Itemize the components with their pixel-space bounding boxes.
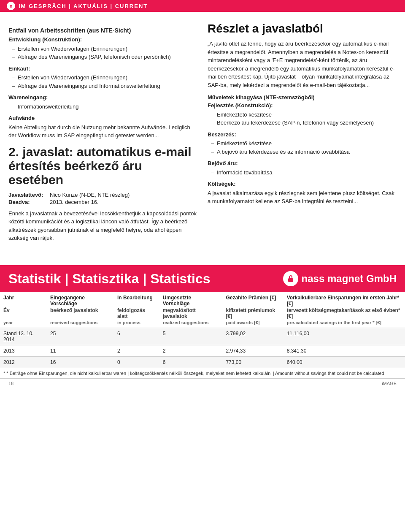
wareneingang-label: Wareneingang: [8,93,197,102]
wareneingang-list: Informationsweiterleitung [8,103,197,111]
beadva-label: Beadva: [8,199,46,205]
fejlesztes-list: Emlékeztető készítése Beérkező áru lekér… [208,111,397,127]
brand-footer: iMAGE [382,381,397,386]
cell-eingegangene-1: 11 [47,345,114,357]
col-header-year-en: year [0,320,47,328]
cell-gezahlte-1: 2.974,33 [222,345,283,357]
cell-einsparungen-1: 8.341,30 [284,345,405,357]
muveletek-heading: Műveletek kihagyása (NTE-szemszögből) [208,94,397,100]
list-item: Erstellen von Wiedervorlagen (Erinnerung… [12,73,197,82]
cell-eingegangene-2: 16 [47,357,114,368]
list-item: Abfrage des Wareneingangs und Informatio… [12,82,197,90]
cell-umgesetzte-0: 5 [159,328,223,345]
col-header-year-hu: Év [0,307,47,320]
page-number: 18 [8,381,14,386]
table-body: Stand 13. 10. 2014 25 6 5 3.799,02 11.11… [0,328,405,368]
javaslattevo-value: Nico Kunze (N-DE, NTE részleg) [50,192,130,198]
col-header-umgesetzte-hu: megvalósított javaslatok [159,307,223,320]
col-header-eingegangene-hu: beérkező javaslatok [47,307,114,320]
cell-umgesetzte-2: 6 [159,357,223,368]
col-header-inbearbeitung-hu: feldolgozás alatt [114,307,159,320]
table-row: 2013 11 2 2 2.974,33 8.341,30 [0,345,405,357]
list-item: Informationsweiterleitung [12,103,197,111]
header-icon: n [7,2,15,10]
table-row: Stand 13. 10. 2014 25 6 5 3.799,02 11.11… [0,328,405,345]
header: n IM GESPRÄCH | AKTUÁLIS | CURRENT [0,0,405,12]
brand-icon [283,271,298,286]
einkauf-label: Einkauf: [8,65,197,73]
table-header-de: Jahr Eingegangene Vorschläge In Bearbeit… [0,292,405,307]
beadva-row: Beadva: 2013. december 16. [8,199,197,205]
aufwaende-heading: Aufwände [8,114,197,122]
proposal-heading: 2. javaslat: automatikus e-mail értesíté… [8,145,197,187]
header-icon-label: n [10,3,13,8]
brand-name: nass magnet GmbH [302,273,397,285]
list-item: Abfrage des Wareneingangs (SAP, telefoni… [12,53,197,61]
beadva-value: 2013. december 16. [50,199,99,205]
lock-icon [286,274,295,283]
table-header-hu: Év beérkező javaslatok feldolgozás alatt… [0,307,405,320]
col-header-year-de: Jahr [0,292,47,307]
main-content: Entfall von Arbeitsschritten (aus NTE-Si… [0,12,405,265]
cell-einsparungen-2: 640,00 [284,357,405,368]
aufwaende-text: Keine Abteilung hat durch die Nutzung me… [8,123,197,140]
col-header-gezahlte-de: Gezahlte Prämien [€] [222,292,283,307]
statistics-bar: Statistik | Statisztika | Statistics nas… [0,265,405,292]
entwicklung-label: Entwicklung (Konstruktion): [8,35,197,44]
cell-inbearbeitung-1: 2 [114,345,159,357]
col-header-umgesetzte-de: Umgesetzte Vorschläge [159,292,223,307]
left-column: Entfall von Arbeitsschritten (aus NTE-Si… [8,22,197,258]
list-item: Emlékeztető készítése [211,139,397,148]
header-title: IM GESPRÄCH | AKTUÁLIS | CURRENT [19,3,148,9]
beszerzés-list: Emlékeztető készítése A bejövő áru lekér… [208,139,397,156]
beszerzés-label: Beszerzés: [208,130,397,139]
cell-umgesetzte-1: 2 [159,345,223,357]
cell-inbearbeitung-0: 6 [114,328,159,345]
right-column: Részlet a javaslatból „A javító ötlet az… [208,22,397,258]
einkauf-list: Erstellen von Wiedervorlagen (Erinnerung… [8,73,197,90]
col-header-eingegangene-de: Eingegangene Vorschläge [47,292,114,307]
svg-rect-0 [288,278,293,282]
reszlet-body: „A javító ötlet az lenne, hogy az áru be… [208,40,397,89]
koltsegek-text: A javaslat alkalmazása egyik részlegnek … [208,189,397,206]
cell-eingegangene-0: 25 [47,328,114,345]
col-header-einsparungen-en: pre-calculated savings in the first year… [284,320,405,328]
col-header-gezahlte-en: paid awards [€] [222,320,283,328]
cell-einsparungen-0: 11.116,00 [284,328,405,345]
list-item: A bejövő áru lekérdezése és az informáci… [211,148,397,156]
cell-year-0: Stand 13. 10. 2014 [0,328,47,345]
bejovo-aru-list: Információ továbbítása [208,168,397,177]
col-header-gezahlte-hu: kifizetett prémiumok [€] [222,307,283,320]
list-item: Beérkező áru lekérdezése (SAP-n, telefon… [211,119,397,127]
table-header-en: year received suggestions in process rea… [0,320,405,328]
table-footnote-row: * * Beträge ohne Einsparungen, die nicht… [0,368,405,379]
col-header-einsparungen-de: Vorkalkulierbare Einsparungen im ersten … [284,292,405,307]
statistics-table: Jahr Eingegangene Vorschläge In Bearbeit… [0,292,405,379]
javaslattevo-label: Javaslattevő: [8,192,46,198]
col-header-inbearbeitung-en: in process [114,320,159,328]
list-item: Információ továbbítása [211,168,397,177]
cell-year-1: 2013 [0,345,47,357]
table-row: 2012 16 0 6 773,00 640,00 [0,357,405,368]
bejovo-aru-label: Bejövő áru: [208,159,397,168]
cell-inbearbeitung-2: 0 [114,357,159,368]
col-header-umgesetzte-en: realized suggestions [159,320,223,328]
reszlet-heading: Részlet a javaslatból [208,22,397,35]
list-item: Erstellen von Wiedervorlagen (Erinnerung… [12,45,197,53]
col-header-einsparungen-hu: tervezett költségmegtakarítások az első … [284,307,405,320]
col-header-inbearbeitung-de: In Bearbeitung [114,292,159,307]
fejlesztes-label: Fejlesztés (Konstrukció): [208,101,397,110]
brand-logo: nass magnet GmbH [283,271,397,286]
list-item: Emlékeztető készítése [211,111,397,119]
statistics-title: Statistik | Statisztika | Statistics [8,271,283,287]
entwicklung-list: Erstellen von Wiedervorlagen (Erinnerung… [8,45,197,61]
col-header-eingegangene-en: received suggestions [47,320,114,328]
page-footer: 18 iMAGE [0,379,405,388]
cell-year-2: 2012 [0,357,47,368]
entfall-heading: Entfall von Arbeitsschritten (aus NTE-Si… [8,27,197,34]
koltsegek-label: Költségek: [208,180,397,188]
cell-gezahlte-0: 3.799,02 [222,328,283,345]
javaslattevo-row: Javaslattevő: Nico Kunze (N-DE, NTE rész… [8,192,197,198]
cell-gezahlte-2: 773,00 [222,357,283,368]
table-footnote: * * Beträge ohne Einsparungen, die nicht… [0,368,405,379]
